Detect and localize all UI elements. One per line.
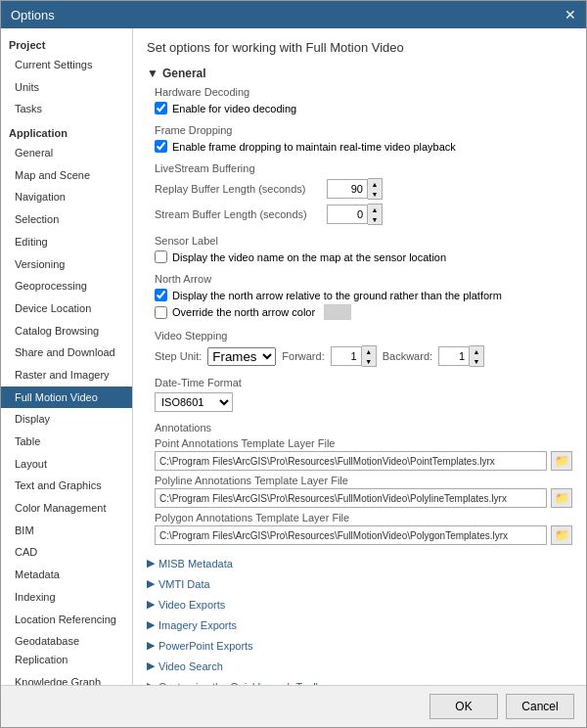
polygon-ann-browse[interactable]: 📁 [551, 525, 572, 545]
close-button[interactable]: ✕ [564, 7, 576, 23]
sensor-label-text: Display the video name on the map at the… [172, 251, 446, 263]
sidebar-item-share-and-download[interactable]: Share and Download [1, 341, 132, 364]
video-search-expand: ▶ Video Search [147, 658, 572, 674]
forward-up[interactable]: ▲ [362, 346, 376, 356]
sidebar-item-raster-and-imagery[interactable]: Raster and Imagery [1, 364, 132, 387]
step-unit-select[interactable]: Frames [207, 347, 276, 366]
backward-input[interactable] [438, 346, 470, 366]
sensor-label-checkbox[interactable] [155, 250, 167, 263]
misb-metadata-label: MISB Metadata [158, 558, 233, 569]
quicklaunch-toolbar-expand: ▶ Customize the QuickLaunch Toolbar [147, 678, 572, 685]
video-search-header[interactable]: ▶ Video Search [147, 658, 572, 674]
misb-metadata-header[interactable]: ▶ MISB Metadata [147, 555, 572, 571]
sidebar-item-metadata[interactable]: Metadata [1, 564, 132, 586]
sidebar-item-knowledge-graph[interactable]: Knowledge Graph [1, 671, 132, 685]
frame-dropping-section: Frame Dropping Enable frame dropping to … [155, 124, 572, 153]
dialog-footer: OK Cancel [1, 685, 586, 727]
sidebar-item-full-motion-video[interactable]: Full Motion Video [1, 387, 132, 409]
replay-buffer-row: Replay Buffer Length (seconds) ▲ ▼ [155, 178, 572, 200]
powerpoint-exports-header[interactable]: ▶ PowerPoint Exports [147, 637, 572, 654]
forward-spin-buttons: ▲ ▼ [362, 345, 377, 367]
sidebar-item-navigation[interactable]: Navigation [1, 186, 132, 208]
general-header: ▼ General [147, 67, 572, 80]
datetime-select[interactable]: ISO8601 [155, 392, 233, 412]
polyline-ann-browse[interactable]: 📁 [551, 488, 572, 508]
north-arrow-text1: Display the north arrow relative to the … [172, 290, 502, 301]
step-unit-label: Step Unit: [155, 350, 202, 362]
north-arrow-checkbox1[interactable] [155, 289, 167, 301]
hardware-decoding-row: Enable for video decoding [155, 102, 572, 114]
forward-label: Forward: [282, 350, 324, 362]
imagery-exports-header[interactable]: ▶ Imagery Exports [147, 616, 572, 633]
sidebar-item-catalog-browsing[interactable]: Catalog Browsing [1, 320, 132, 342]
sidebar-item-location-referencing[interactable]: Location Referencing [1, 609, 132, 631]
sidebar-item-versioning[interactable]: Versioning [1, 253, 132, 276]
forward-down[interactable]: ▼ [362, 356, 376, 366]
sidebar-item-text-and-graphics[interactable]: Text and Graphics [1, 475, 132, 497]
color-swatch[interactable] [324, 304, 351, 320]
title-bar: Options ✕ [1, 1, 586, 28]
sidebar-item-selection[interactable]: Selection [1, 208, 132, 231]
replay-buffer-spinner: ▲ ▼ [327, 178, 383, 200]
collapse-arrow-icon: ▼ [147, 67, 158, 80]
sidebar-item-general[interactable]: General [1, 142, 132, 164]
sidebar-item-map-and-scene[interactable]: Map and Scene [1, 164, 132, 187]
point-ann-label: Point Annotations Template Layer File [155, 437, 572, 449]
polygon-ann-row: 📁 [155, 525, 572, 545]
sidebar-item-cad[interactable]: CAD [1, 541, 132, 564]
backward-down[interactable]: ▼ [470, 356, 483, 366]
frame-dropping-label: Frame Dropping [155, 124, 572, 136]
replay-buffer-spin-buttons: ▲ ▼ [368, 178, 383, 200]
quicklaunch-toolbar-header[interactable]: ▶ Customize the QuickLaunch Toolbar [147, 678, 572, 685]
ok-button[interactable]: OK [429, 694, 498, 719]
sidebar-item-bim[interactable]: BIM [1, 520, 132, 542]
annotations-section: Annotations Point Annotations Template L… [155, 422, 572, 545]
sidebar-item-display[interactable]: Display [1, 408, 132, 431]
vmti-data-header[interactable]: ▶ VMTI Data [147, 575, 572, 592]
hardware-decoding-checkbox[interactable] [155, 102, 167, 114]
north-arrow-checkbox2[interactable] [155, 306, 167, 319]
video-exports-header[interactable]: ▶ Video Exports [147, 596, 572, 613]
backward-up[interactable]: ▲ [470, 346, 483, 356]
sidebar-item-tasks[interactable]: Tasks [1, 98, 132, 120]
sidebar: Project Current Settings Units Tasks App… [1, 28, 133, 685]
forward-input[interactable] [331, 346, 362, 366]
point-ann-browse[interactable]: 📁 [551, 451, 572, 471]
datetime-label: Date-Time Format [155, 377, 572, 388]
sidebar-item-units[interactable]: Units [1, 76, 132, 99]
stream-buffer-input[interactable] [327, 205, 368, 224]
polyline-ann-row: 📁 [155, 488, 572, 508]
video-exports-label: Video Exports [158, 599, 225, 611]
sidebar-item-geoprocessing[interactable]: Geoprocessing [1, 275, 132, 297]
vmti-data-expand: ▶ VMTI Data [147, 575, 572, 592]
cancel-button[interactable]: Cancel [506, 694, 574, 719]
point-ann-input[interactable] [155, 451, 547, 471]
replay-buffer-down[interactable]: ▼ [368, 189, 382, 199]
powerpoint-exports-label: PowerPoint Exports [158, 640, 253, 652]
sidebar-item-color-management[interactable]: Color Management [1, 497, 132, 520]
stream-buffer-up[interactable]: ▲ [368, 205, 382, 214]
expand-arrow-icon3: ▶ [147, 598, 155, 611]
polyline-ann-input[interactable] [155, 488, 547, 508]
sidebar-item-geodatabase-replication[interactable]: Geodatabase Replication [1, 630, 132, 670]
sensor-label-heading: Sensor Label [155, 235, 572, 247]
sidebar-item-device-location[interactable]: Device Location [1, 297, 132, 320]
datetime-row: ISO8601 [155, 392, 572, 412]
expand-arrow-icon: ▶ [147, 557, 155, 569]
sensor-label-section: Sensor Label Display the video name on t… [155, 235, 572, 263]
replay-buffer-up[interactable]: ▲ [368, 179, 382, 189]
sidebar-item-layout[interactable]: Layout [1, 453, 132, 476]
north-arrow-row2: Override the north arrow color [155, 304, 572, 320]
stream-buffer-down[interactable]: ▼ [368, 214, 382, 224]
frame-dropping-checkbox[interactable] [155, 140, 167, 153]
sidebar-item-table[interactable]: Table [1, 431, 132, 453]
frame-dropping-text: Enable frame dropping to maintain real-t… [172, 141, 456, 153]
replay-buffer-input[interactable] [327, 179, 368, 199]
hardware-decoding-section: Hardware Decoding Enable for video decod… [155, 86, 572, 114]
sidebar-item-current-settings[interactable]: Current Settings [1, 54, 132, 76]
sidebar-item-indexing[interactable]: Indexing [1, 586, 132, 609]
stream-buffer-row: Stream Buffer Length (seconds) ▲ ▼ [155, 204, 572, 225]
polygon-ann-input[interactable] [155, 525, 547, 545]
video-stepping-row: Step Unit: Frames Forward: ▲ ▼ Ba [155, 345, 572, 367]
sidebar-item-editing[interactable]: Editing [1, 231, 132, 253]
